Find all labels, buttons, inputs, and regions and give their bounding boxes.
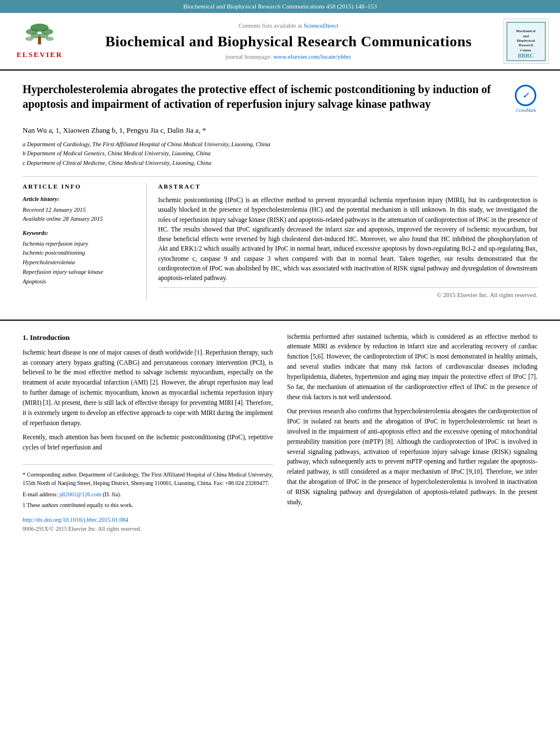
history-label: Article history: bbox=[23, 195, 138, 204]
keyword-2: Ischemic postconditioning bbox=[23, 249, 138, 257]
intro-para-2: Recently, much attention has been focuse… bbox=[23, 433, 273, 453]
body-right-para-2: Our previous research also confirms that… bbox=[287, 407, 538, 507]
journal-header: ELSEVIER Contents lists available at Sci… bbox=[0, 13, 560, 71]
received-date: Received 12 January 2015 bbox=[23, 206, 138, 215]
svg-text:Comm.: Comm. bbox=[520, 48, 532, 52]
journal-homepage-line: journal homepage: www.elsevier.com/locat… bbox=[79, 53, 498, 61]
journal-header-center: Contents lists available at ScienceDirec… bbox=[79, 21, 498, 62]
keyword-1: Ischemia reperfusion injury bbox=[23, 240, 138, 248]
article-title-section: Hypercholesterolemia abrogates the prote… bbox=[23, 82, 537, 117]
footnote-corresponding: * Corresponding author. Department of Ca… bbox=[23, 470, 273, 488]
abstract-heading: ABSTRACT bbox=[158, 182, 537, 191]
journal-title: Biochemical and Biophysical Research Com… bbox=[79, 33, 498, 50]
bbrc-logo-icon: Biochemical and Biophysical Research Com… bbox=[506, 20, 546, 63]
keywords-section: Keywords: Ischemia reperfusion injury Is… bbox=[23, 229, 138, 286]
section-divider-1 bbox=[23, 176, 537, 177]
svg-point-7 bbox=[46, 37, 54, 41]
body-section: 1. Introduction Ischemic heart disease i… bbox=[0, 320, 560, 545]
bbrc-logo: Biochemical and Biophysical Research Com… bbox=[504, 19, 549, 64]
article-info-column: ARTICLE INFO Article history: Received 1… bbox=[23, 182, 147, 300]
body-right-col: ischemia performed after sustained ische… bbox=[287, 332, 538, 534]
svg-text:Biophysical: Biophysical bbox=[517, 38, 535, 42]
crossmark-label: CrossMark bbox=[515, 107, 537, 113]
article-main-section: Hypercholesterolemia abrogates the prote… bbox=[0, 71, 560, 319]
bbrc-logo-section: Biochemical and Biophysical Research Com… bbox=[498, 19, 549, 64]
science-direct-link[interactable]: ScienceDirect bbox=[304, 22, 339, 29]
footnote-section: * Corresponding author. Department of Ca… bbox=[23, 464, 273, 510]
homepage-label: journal homepage: bbox=[225, 53, 272, 60]
intro-heading: 1. Introduction bbox=[23, 332, 273, 343]
affiliation-c: c Department of Clinical Medicine, China… bbox=[23, 159, 537, 168]
body-left-col: 1. Introduction Ischemic heart disease i… bbox=[23, 332, 273, 534]
body-right-para-1: ischemia performed after sustained ische… bbox=[287, 332, 538, 403]
journal-homepage-link[interactable]: www.elsevier.com/locate/ybbrc bbox=[273, 53, 352, 60]
svg-text:Research: Research bbox=[519, 43, 533, 47]
affiliations-section: a Department of Cardiology, The First Af… bbox=[23, 141, 537, 168]
elsevier-logo-section: ELSEVIER bbox=[11, 21, 79, 61]
keyword-3: Hypercholesterolemia bbox=[23, 259, 138, 267]
article-title: Hypercholesterolemia abrogates the prote… bbox=[23, 82, 506, 111]
keyword-4: Reperfusion injury salvage kinase bbox=[23, 268, 138, 277]
authors-line: Nan Wu a, 1, Xiaowen Zhang b, 1, Pengyu … bbox=[23, 125, 537, 136]
svg-point-8 bbox=[38, 41, 41, 43]
copyright-line: © 2015 Elsevier Inc. All rights reserved… bbox=[158, 287, 537, 299]
email-name: (D. Jia). bbox=[103, 491, 121, 497]
issn-line: 0006-291X/© 2015 Elsevier Inc. All right… bbox=[23, 526, 141, 532]
article-info-heading: ARTICLE INFO bbox=[23, 182, 138, 191]
affiliation-a: a Department of Cardiology, The First Af… bbox=[23, 141, 537, 149]
keywords-label: Keywords: bbox=[23, 229, 138, 238]
affiliation-b: b Department of Medical Genetics, China … bbox=[23, 150, 537, 158]
elsevier-wordmark: ELSEVIER bbox=[16, 50, 63, 60]
doi-link[interactable]: http://dx.doi.org/10.1016/j.bbrc.2015.01… bbox=[23, 517, 128, 523]
crossmark-icon: ✓ bbox=[515, 85, 536, 106]
journal-reference-text: Biochemical and Biophysical Research Com… bbox=[183, 3, 377, 10]
elsevier-tree-icon bbox=[17, 23, 62, 48]
intro-para-1: Ischemic heart disease is one of major c… bbox=[23, 348, 273, 429]
crossmark-logo: ✓ CrossMark bbox=[515, 85, 537, 107]
abstract-text: Ischemic postcontioning (IPoC) is an eff… bbox=[158, 195, 537, 283]
svg-text:BBRC: BBRC bbox=[518, 53, 533, 59]
footnote-equal: 1 These authors contributed equally to t… bbox=[23, 501, 273, 510]
keyword-5: Apoptosis bbox=[23, 278, 138, 286]
info-abstract-section: ARTICLE INFO Article history: Received 1… bbox=[23, 182, 537, 300]
svg-text:and: and bbox=[523, 33, 529, 37]
svg-text:Biochemical: Biochemical bbox=[517, 29, 536, 33]
science-direct-line: Contents lists available at ScienceDirec… bbox=[79, 21, 498, 30]
svg-point-6 bbox=[25, 37, 33, 41]
email-link[interactable]: jdl2001@126.com bbox=[59, 491, 101, 497]
doi-section: http://dx.doi.org/10.1016/j.bbrc.2015.01… bbox=[23, 516, 273, 534]
body-two-col: 1. Introduction Ischemic heart disease i… bbox=[23, 332, 537, 534]
journal-reference-bar: Biochemical and Biophysical Research Com… bbox=[0, 0, 560, 13]
authors-text: Nan Wu a, 1, Xiaowen Zhang b, 1, Pengyu … bbox=[23, 126, 206, 134]
abstract-column: ABSTRACT Ischemic postcontioning (IPoC) … bbox=[158, 182, 537, 300]
available-date: Available online 28 January 2015 bbox=[23, 215, 138, 224]
contents-text: Contents lists available at bbox=[238, 22, 302, 29]
email-label: E-mail address: bbox=[23, 491, 58, 497]
footnote-email-line: E-mail address: jdl2001@126.com (D. Jia)… bbox=[23, 490, 273, 499]
elsevier-logo: ELSEVIER bbox=[11, 21, 68, 61]
